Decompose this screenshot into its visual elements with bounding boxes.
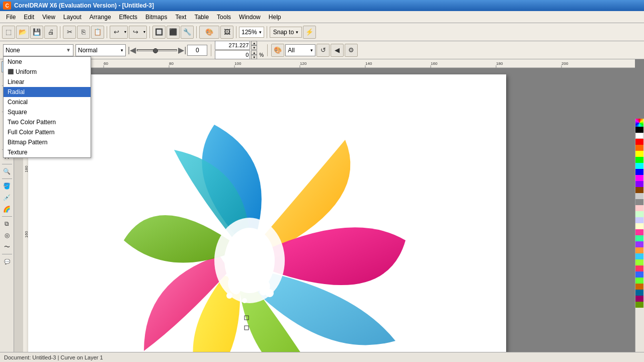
color-olive[interactable] [635,302,643,308]
publish-button[interactable]: 🔧 [181,26,194,39]
menu-item-arrange[interactable]: Arrange [86,13,115,22]
color-gray[interactable] [635,199,643,205]
blend-tool[interactable]: ⧉ [2,218,13,229]
blend-dropdown[interactable]: Normal ▾ [75,44,126,56]
callout-tool[interactable]: 💬 [2,256,13,267]
cut-button[interactable]: ✂ [63,26,76,39]
copy-button[interactable]: ⎘ [77,26,90,39]
slider-thumb[interactable] [153,48,158,53]
all-dropdown[interactable]: All ▾ [285,44,315,56]
y-spin-up[interactable]: ▲ [251,50,257,55]
menu-item-file[interactable]: File [2,13,20,22]
color-yellow[interactable] [635,151,643,157]
zoom-value: 125% [242,29,257,36]
color-lime[interactable] [635,259,643,265]
new-button[interactable]: ⬚ [2,26,15,39]
menu-item-view[interactable]: View [38,13,59,22]
fill-option-uniform[interactable]: ⬛ Uniform [4,67,91,77]
print-button[interactable]: 🖨 [44,26,57,39]
contour-tool[interactable]: ◎ [2,230,13,241]
import-button[interactable]: 🔲 [152,26,166,39]
fill-option-radial[interactable]: Radial [4,87,91,97]
paste-button[interactable]: 📋 [91,26,104,39]
color-white[interactable] [635,133,643,139]
fill-dropdown[interactable]: None ▼ [3,44,73,56]
color-sky[interactable] [635,253,643,259]
fill-option-bitmap[interactable]: Bitmap Pattern [4,137,91,147]
prev-button[interactable]: ◀ [331,44,344,57]
color-dark-orange[interactable] [635,284,643,290]
blend-label: Normal [78,47,98,54]
color-royal-blue[interactable] [635,272,643,278]
drawing-canvas[interactable] [28,74,506,362]
color-brown[interactable] [635,187,643,193]
menu-item-table[interactable]: Table [190,13,213,22]
fill-option-none[interactable]: None [4,57,91,67]
export-button[interactable]: ⬛ [167,26,180,39]
x-spin-up[interactable]: ▲ [251,41,257,45]
snap-to-control[interactable]: Snap to ▾ [270,27,302,38]
menu-item-layout[interactable]: Layout [59,13,86,22]
zoom-tool[interactable]: 🔍 [2,166,13,177]
menu-item-effects[interactable]: Effects [115,13,141,22]
color-amber[interactable] [635,247,643,253]
color-green-light[interactable] [635,211,643,217]
zoom-control[interactable]: 125% ▾ [239,27,264,38]
color-cyan[interactable] [635,163,643,169]
zoom-arrow-icon[interactable]: ▾ [259,30,262,35]
color-dark-pink[interactable] [635,296,643,302]
color-green[interactable] [635,157,643,163]
refresh-button[interactable]: ↺ [316,44,330,57]
menu-item-edit[interactable]: Edit [20,13,38,22]
undo-arrow[interactable]: ▾ [123,26,128,39]
color-teal[interactable] [635,290,643,296]
menu-item-help[interactable]: Help [265,13,285,22]
settings-button[interactable]: ⚙ [345,44,358,57]
color-magenta[interactable] [635,175,643,181]
menu-item-tools[interactable]: Tools [213,13,235,22]
fill-option-full-color[interactable]: Full Color Pattern [4,127,91,137]
eyedropper-tool[interactable]: 💉 [2,192,13,203]
color-red[interactable] [635,139,643,145]
fill-option-linear[interactable]: Linear [4,77,91,87]
interactive-fill-tool[interactable]: 🌈 [2,204,13,215]
fill-option-texture[interactable]: Texture [4,147,91,157]
paint-icon-button[interactable]: 🎨 [271,44,284,57]
color-blue[interactable] [635,169,643,175]
color-button[interactable]: 🎨 [199,26,219,39]
color-blue-light[interactable] [635,217,643,223]
menu-item-window[interactable]: Window [235,13,265,22]
distort-tool[interactable]: 〜 [2,241,13,252]
color-light-gray[interactable] [635,193,643,199]
color-yellow-light[interactable] [635,223,643,229]
y-spin-down[interactable]: ▼ [251,55,257,59]
menu-item-text[interactable]: Text [171,13,190,22]
color-orange[interactable] [635,145,643,151]
undo-button[interactable]: ↩ [110,26,123,39]
fill-tool[interactable]: 🪣 [2,180,13,192]
color-wheel-icon[interactable] [635,119,643,127]
color-pink-light[interactable] [635,205,643,211]
snap-icon-button[interactable]: ⚡ [303,26,316,39]
x-spin-down[interactable]: ▼ [251,45,257,50]
redo-button[interactable]: ↪ [129,26,142,39]
color-violet[interactable] [635,241,643,247]
fill-option-two-color[interactable]: Two Color Pattern [4,117,91,127]
redo-arrow[interactable]: ▾ [142,26,147,39]
bitmap-button[interactable]: 🖼 [220,26,233,39]
color-yellow-green[interactable] [635,278,643,284]
y-coord-input[interactable] [215,50,250,59]
save-button[interactable]: 💾 [30,26,43,39]
color-mint[interactable] [635,235,643,241]
x-coord-input[interactable]: 271.227 [215,41,250,50]
slider-track[interactable] [137,49,177,51]
slider-value-input[interactable] [187,45,207,56]
color-rose[interactable] [635,265,643,272]
color-hot-pink[interactable] [635,229,643,235]
fill-option-square[interactable]: Square [4,107,91,117]
open-button[interactable]: 📂 [16,26,29,39]
menu-item-bitmaps[interactable]: Bitmaps [141,13,171,22]
fill-option-conical[interactable]: Conical [4,97,91,107]
color-purple[interactable] [635,181,643,187]
color-black[interactable] [635,127,643,133]
